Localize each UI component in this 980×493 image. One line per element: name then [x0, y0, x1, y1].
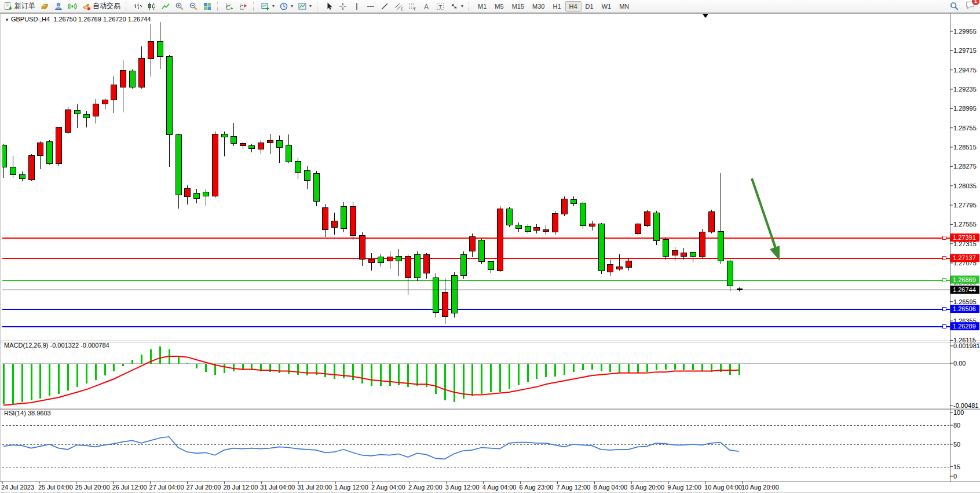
- autotrading-button[interactable]: 自动交易: [79, 1, 123, 12]
- profile-icon: [54, 2, 63, 11]
- macd-indicator-label: MACD(12,26,9) -0.001322 -0.000784: [4, 342, 109, 349]
- svg-text:80: 80: [953, 422, 960, 429]
- new-order-button[interactable]: 新订单: [1, 1, 38, 12]
- new-order-label: 新订单: [14, 1, 35, 11]
- toolbar-separator: [126, 2, 129, 11]
- level-handle[interactable]: [943, 325, 946, 328]
- search-button[interactable]: [947, 1, 961, 12]
- auto-scroll-button[interactable]: [222, 1, 236, 12]
- crosshair-tool-button[interactable]: [336, 1, 350, 12]
- level-handle[interactable]: [943, 257, 946, 260]
- svg-text:1.26595: 1.26595: [953, 298, 977, 305]
- toolbar-separator: [469, 2, 471, 11]
- horizontal-line-icon: [366, 2, 375, 11]
- text-label-tool-button[interactable]: T: [433, 1, 447, 12]
- svg-text:1.29235: 1.29235: [953, 86, 977, 93]
- text-label-icon: T: [436, 2, 445, 11]
- svg-text:10 Aug 20:00: 10 Aug 20:00: [741, 484, 779, 491]
- svg-text:2 Aug 04:00: 2 Aug 04:00: [371, 484, 405, 491]
- cursor-tool-button[interactable]: [322, 1, 336, 12]
- svg-text:E: E: [401, 6, 403, 10]
- level-handle[interactable]: [943, 279, 946, 282]
- toolbar-separator: [317, 2, 320, 11]
- dropdown-caret-icon: ▾: [272, 3, 275, 9]
- arrows-tool-button[interactable]: ▾: [447, 1, 466, 12]
- timeframe-m1[interactable]: M1: [474, 1, 491, 12]
- signal-icon: [68, 2, 77, 11]
- line-chart-button[interactable]: [159, 1, 173, 12]
- svg-text:0: 0: [953, 473, 957, 480]
- svg-text:1.29715: 1.29715: [953, 47, 977, 54]
- periods-button[interactable]: ▾: [277, 1, 295, 12]
- svg-text:1.29475: 1.29475: [953, 67, 977, 74]
- svg-text:1.27795: 1.27795: [953, 202, 977, 209]
- horizontal-line-tool-button[interactable]: [364, 1, 378, 12]
- svg-text:F: F: [414, 7, 416, 11]
- svg-text:15: 15: [953, 463, 960, 470]
- toolbar-separator: [217, 2, 220, 11]
- timeframe-m15[interactable]: M15: [508, 1, 528, 12]
- svg-text:24 Jul 2023: 24 Jul 2023: [1, 484, 34, 491]
- dropdown-caret-icon: ▾: [461, 3, 463, 9]
- chart-shift-icon: [239, 2, 248, 11]
- fibonacci-tool-button[interactable]: F: [405, 1, 419, 12]
- svg-text:8 Aug 04:00: 8 Aug 04:00: [593, 484, 627, 491]
- profile-button[interactable]: [52, 1, 65, 12]
- price-tag: 1.26289: [950, 322, 979, 330]
- svg-text:31 Jul 04:00: 31 Jul 04:00: [260, 484, 295, 491]
- timeframe-d1[interactable]: D1: [582, 1, 598, 12]
- timeframe-mn[interactable]: MN: [615, 1, 633, 12]
- new-order-icon: [3, 2, 13, 11]
- level-handle[interactable]: [943, 236, 946, 240]
- timeframe-h1[interactable]: H1: [548, 1, 565, 12]
- equidistant-channel-tool-button[interactable]: E: [392, 1, 405, 12]
- chart-canvas[interactable]: 1.299551.297151.294751.292351.289951.287…: [0, 0, 980, 493]
- collapse-triangle-icon[interactable]: ▼: [5, 17, 9, 23]
- bar-chart-icon: [133, 2, 142, 11]
- svg-text:100: 100: [953, 409, 964, 416]
- svg-text:1.26869: 1.26869: [953, 276, 976, 283]
- auto-scroll-icon: [225, 2, 234, 11]
- market-watch-button[interactable]: [38, 1, 52, 12]
- price-tag: 1.26744: [950, 286, 979, 294]
- equidistant-channel-icon: E: [394, 2, 403, 11]
- svg-text:9 Aug 12:00: 9 Aug 12:00: [667, 484, 701, 491]
- svg-text:1.27137: 1.27137: [953, 254, 976, 261]
- vertical-line-tool-button[interactable]: [350, 1, 364, 12]
- timeframe-m30[interactable]: M30: [528, 1, 548, 12]
- svg-text:A: A: [424, 2, 429, 10]
- text-tool-icon: A: [422, 2, 431, 11]
- svg-text:2 Aug 20:00: 2 Aug 20:00: [408, 484, 443, 491]
- timeframe-w1[interactable]: W1: [598, 1, 616, 12]
- svg-text:7 Aug 12:00: 7 Aug 12:00: [557, 484, 591, 491]
- new-chart-button[interactable]: ▾: [258, 1, 277, 12]
- chart-shift-button[interactable]: [236, 1, 250, 12]
- new-chart-icon: [261, 2, 270, 11]
- level-handle[interactable]: [943, 308, 946, 311]
- svg-text:27 Jul 20:00: 27 Jul 20:00: [187, 484, 221, 491]
- zoom-in-icon: [175, 2, 184, 11]
- toolbar-separator: [253, 2, 256, 11]
- zoom-in-button[interactable]: [173, 1, 187, 12]
- tile-windows-button[interactable]: [200, 1, 214, 12]
- candlestick-chart-button[interactable]: [145, 1, 159, 12]
- trendline-tool-button[interactable]: [378, 1, 392, 12]
- svg-text:1.27391: 1.27391: [953, 234, 976, 241]
- price-tag: 1.26869: [950, 276, 979, 284]
- notification-badge: 1: [972, 0, 979, 5]
- bar-chart-button[interactable]: [131, 1, 145, 12]
- svg-text:1.28515: 1.28515: [953, 144, 977, 151]
- clock-icon: [279, 2, 288, 11]
- chat-button[interactable]: 1: [965, 0, 975, 12]
- zoom-out-icon: [189, 2, 198, 11]
- svg-text:1.26506: 1.26506: [953, 305, 976, 312]
- text-tool-button[interactable]: A: [419, 1, 433, 12]
- timeframe-h4[interactable]: H4: [565, 1, 582, 12]
- zoom-out-button[interactable]: [187, 1, 200, 12]
- autotrading-label: 自动交易: [93, 1, 120, 11]
- candlestick-chart-icon: [147, 2, 156, 11]
- timeframe-m5[interactable]: M5: [491, 1, 507, 12]
- templates-button[interactable]: ▾: [295, 1, 314, 12]
- signal-button[interactable]: [65, 1, 79, 12]
- price-tag: 1.27137: [950, 254, 979, 262]
